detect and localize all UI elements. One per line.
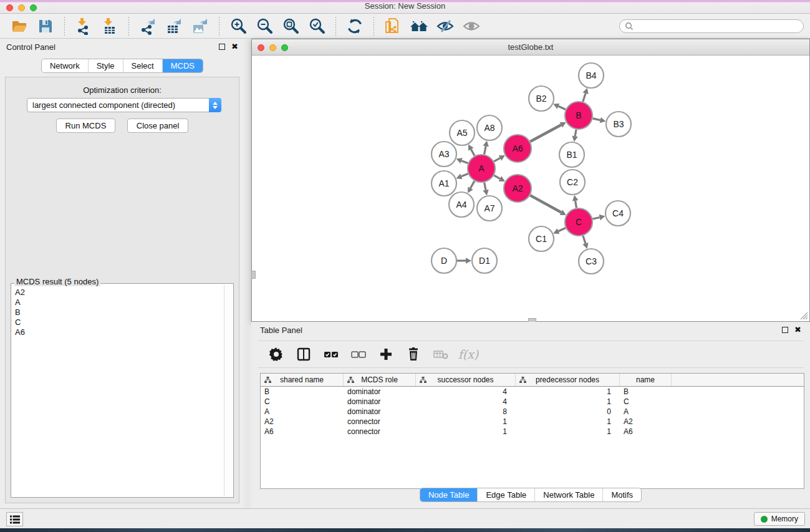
network-canvas[interactable]: B4B2BB3A8A5A6A3B1AC2A1A2A4A7C4CC1C3DD1 <box>252 56 809 321</box>
column-header-MCDS-role[interactable]: MCDS role <box>344 374 416 386</box>
network-edge-B-B1[interactable] <box>572 130 577 142</box>
zoom-in-icon[interactable] <box>228 16 249 37</box>
zoom-fit-icon[interactable] <box>280 16 301 37</box>
minimize-window-icon[interactable] <box>18 4 25 11</box>
network-node-C3[interactable]: C3 <box>579 249 604 274</box>
float-panel-icon[interactable] <box>219 44 225 50</box>
columns-icon[interactable] <box>293 344 314 365</box>
refresh-icon[interactable] <box>344 16 365 37</box>
network-node-A6[interactable]: A6 <box>504 135 531 162</box>
tab-network-table[interactable]: Network Table <box>534 488 602 501</box>
trash-icon[interactable] <box>403 344 424 365</box>
network-node-D[interactable]: D <box>432 248 456 273</box>
search-input[interactable] <box>634 22 803 31</box>
export-table-icon[interactable] <box>163 16 185 37</box>
import-table-icon[interactable] <box>99 16 120 37</box>
float-table-panel-icon[interactable] <box>782 327 788 333</box>
mcds-result-item[interactable]: C <box>15 317 223 327</box>
table-row[interactable]: A2connector11A2 <box>261 417 804 427</box>
function-fx-icon[interactable]: f(x) <box>458 344 479 365</box>
network-edge-A-A7[interactable] <box>483 183 488 196</box>
network-node-B1[interactable]: B1 <box>559 142 584 167</box>
export-image-icon[interactable] <box>190 16 211 37</box>
network-node-B2[interactable]: B2 <box>529 86 554 111</box>
houses-icon[interactable] <box>408 16 430 37</box>
tab-style[interactable]: Style <box>88 59 123 72</box>
network-node-C2[interactable]: C2 <box>560 170 585 195</box>
tab-node-table[interactable]: Node Table <box>420 488 478 501</box>
network-node-B3[interactable]: B3 <box>606 112 631 137</box>
network-edge-A-A6[interactable] <box>494 155 505 162</box>
network-close-icon[interactable] <box>258 44 264 51</box>
eye-slash-icon[interactable] <box>435 16 456 37</box>
checked-boxes-icon[interactable] <box>321 344 342 365</box>
network-node-A2[interactable]: A2 <box>504 175 531 202</box>
tab-motifs[interactable]: Motifs <box>602 488 641 501</box>
network-edge-B-B4[interactable] <box>582 88 588 102</box>
network-node-A8[interactable]: A8 <box>477 115 502 140</box>
zoom-window-icon[interactable] <box>30 4 37 11</box>
table-delete-icon[interactable] <box>430 344 451 365</box>
network-zoom-icon[interactable] <box>281 44 288 51</box>
network-edge-A6-B[interactable] <box>530 122 566 142</box>
network-edge-C-C2[interactable] <box>572 195 578 208</box>
gear-icon[interactable] <box>266 344 287 365</box>
table-row[interactable]: Bdominator41B <box>261 387 804 397</box>
network-edge-A-A8[interactable] <box>483 141 488 155</box>
network-edge-D-D1[interactable] <box>457 258 471 264</box>
network-node-C1[interactable]: C1 <box>529 226 554 251</box>
tab-select[interactable]: Select <box>123 59 162 72</box>
network-edge-A-A5[interactable] <box>468 144 475 155</box>
column-header-predecessor-nodes[interactable]: predecessor nodes <box>516 374 620 386</box>
network-window-titlebar[interactable]: testGlobe.txt <box>252 39 809 56</box>
column-header-name[interactable]: name <box>620 374 672 386</box>
import-network-icon[interactable] <box>73 16 94 37</box>
table-row[interactable]: Cdominator41C <box>261 397 804 407</box>
run-mcds-button[interactable]: Run MCDS <box>56 118 116 133</box>
document-network-icon[interactable] <box>382 16 403 37</box>
mcds-result-item[interactable]: A6 <box>15 327 223 337</box>
network-node-A7[interactable]: A7 <box>477 196 502 221</box>
mcds-result-item[interactable]: A <box>15 297 223 307</box>
column-header-shared-name[interactable]: shared name <box>261 374 344 386</box>
network-node-A4[interactable]: A4 <box>449 192 474 217</box>
criterion-dropdown[interactable]: largest connected component (directed) <box>27 98 221 112</box>
zoom-selected-icon[interactable] <box>306 16 327 37</box>
tab-network[interactable]: Network <box>42 59 88 72</box>
network-node-C4[interactable]: C4 <box>605 201 630 226</box>
open-session-icon[interactable] <box>9 16 30 37</box>
zoom-out-icon[interactable] <box>254 16 275 37</box>
unchecked-boxes-icon[interactable] <box>348 344 369 365</box>
network-node-A3[interactable]: A3 <box>432 142 456 167</box>
network-edge-A-A4[interactable] <box>468 181 475 193</box>
network-node-A5[interactable]: A5 <box>450 120 475 145</box>
close-panel-icon[interactable]: ✖ <box>231 44 238 50</box>
mcds-result-item[interactable]: A2 <box>15 288 223 297</box>
network-minimize-icon[interactable] <box>269 44 276 51</box>
plus-icon[interactable] <box>375 344 397 365</box>
left-splitter-handle[interactable] <box>251 271 256 279</box>
tab-mcds[interactable]: MCDS <box>162 59 203 72</box>
network-node-C[interactable]: C <box>565 208 592 236</box>
eye-icon[interactable] <box>461 16 482 37</box>
network-node-B4[interactable]: B4 <box>579 63 604 88</box>
close-table-panel-icon[interactable]: ✖ <box>794 327 801 333</box>
column-header-successor-nodes[interactable]: successor nodes <box>416 374 516 386</box>
mcds-result-scrollbar[interactable] <box>224 285 232 496</box>
network-edge-A-A2[interactable] <box>494 175 505 181</box>
network-edge-C-C3[interactable] <box>582 236 588 249</box>
network-edge-B-B3[interactable] <box>592 117 605 123</box>
close-panel-button[interactable]: Close panel <box>127 118 189 133</box>
mcds-result-item[interactable]: B <box>15 307 223 317</box>
table-row[interactable]: Adominator80A <box>261 407 804 417</box>
network-edge-C-C1[interactable] <box>553 228 566 234</box>
memory-button[interactable]: Memory <box>754 512 805 526</box>
network-edge-B-B2[interactable] <box>553 104 566 110</box>
network-node-B[interactable]: B <box>565 102 592 129</box>
close-window-icon[interactable] <box>6 4 13 11</box>
table-row[interactable]: A6connector11A6 <box>261 427 804 437</box>
tab-edge-table[interactable]: Edge Table <box>477 488 534 501</box>
export-network-icon[interactable] <box>137 16 158 37</box>
network-edge-C-C4[interactable] <box>592 215 605 220</box>
network-node-A1[interactable]: A1 <box>432 171 456 196</box>
